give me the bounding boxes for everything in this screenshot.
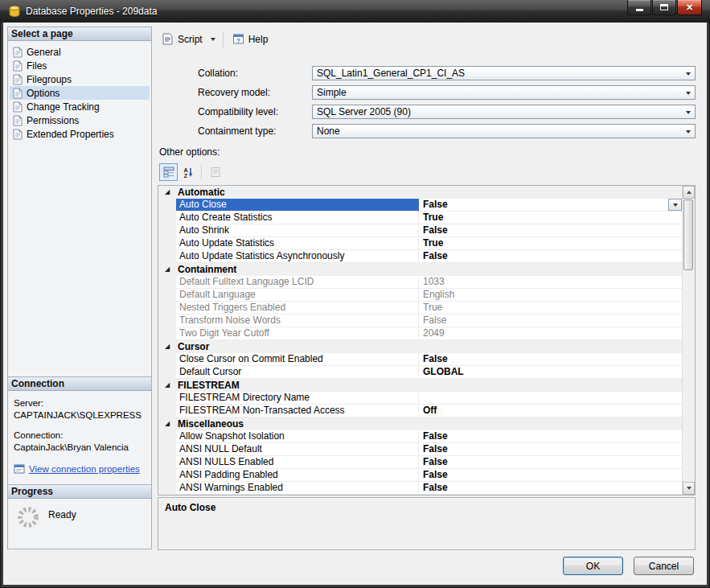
property-name[interactable]: Nested Triggers Enabled (176, 302, 419, 315)
property-name[interactable]: Transform Noise Words (176, 315, 419, 327)
category-row-automatic[interactable]: Automatic (158, 186, 682, 199)
property-name[interactable]: Auto Shrink (176, 224, 419, 237)
property-row[interactable]: Two Digit Year Cutoff 2049 (158, 327, 682, 340)
property-name[interactable]: Allow Snapshot Isolation (176, 430, 419, 443)
sidebar-item-options[interactable]: Options (10, 86, 150, 100)
recovery-model-select[interactable]: Simple (312, 85, 696, 100)
property-row[interactable]: Auto Create Statistics True (158, 212, 682, 224)
property-value[interactable]: False (419, 469, 682, 482)
property-value[interactable]: True (419, 237, 682, 250)
property-row[interactable]: FILESTREAM Non-Transacted Access Off (158, 405, 682, 417)
collapse-triangle-icon[interactable] (165, 263, 170, 276)
collapse-triangle-icon[interactable] (165, 417, 170, 430)
property-name[interactable]: Auto Close (176, 199, 419, 212)
sidebar-item-extended-properties[interactable]: Extended Properties (10, 127, 150, 141)
collapse-triangle-icon[interactable] (165, 379, 170, 392)
categorized-button[interactable] (159, 163, 178, 181)
alphabetical-sort-button[interactable]: AZ (179, 163, 197, 181)
property-row[interactable]: ANSI Padding Enabled False (158, 469, 682, 482)
sidebar-item-permissions[interactable]: Permissions (10, 113, 150, 127)
property-name[interactable]: ANSI Padding Enabled (176, 469, 419, 482)
property-value[interactable]: True (419, 302, 682, 315)
toolbar-separator (223, 31, 224, 47)
maximize-button[interactable] (652, 0, 676, 15)
property-name[interactable]: ANSI NULL Default (176, 443, 419, 456)
property-name[interactable]: Auto Create Statistics (176, 212, 419, 224)
containment-type-select[interactable]: None (312, 124, 696, 138)
property-row[interactable]: Default Cursor GLOBAL (158, 366, 682, 379)
property-value[interactable] (419, 392, 682, 405)
script-button[interactable]: Script (157, 30, 207, 48)
property-row[interactable]: Auto Shrink False (158, 224, 682, 237)
property-name[interactable]: FILESTREAM Directory Name (176, 392, 419, 405)
property-row[interactable]: Allow Snapshot Isolation False (158, 430, 682, 443)
property-row[interactable]: Transform Noise Words False (158, 315, 682, 327)
property-name[interactable]: FILESTREAM Non-Transacted Access (176, 405, 419, 417)
help-button[interactable]: ? Help (228, 30, 273, 48)
property-value[interactable]: False (419, 224, 682, 237)
property-row[interactable]: Auto Update Statistics True (158, 237, 682, 250)
property-value[interactable]: False (419, 250, 682, 263)
cancel-button[interactable]: Cancel (634, 557, 694, 575)
view-connection-properties-link[interactable]: View connection properties (29, 463, 140, 475)
property-value[interactable]: True (419, 212, 682, 224)
property-value[interactable]: English (419, 289, 682, 302)
scroll-down-button[interactable] (683, 482, 695, 495)
property-row[interactable]: Auto Update Statistics Asynchronously Fa… (158, 250, 682, 263)
sidebar-item-filegroups[interactable]: Filegroups (10, 72, 150, 86)
property-name[interactable]: Auto Update Statistics (176, 237, 419, 250)
property-name[interactable]: Auto Update Statistics Asynchronously (176, 250, 419, 263)
property-row[interactable]: ANSI NULLS Enabled False (158, 456, 682, 469)
script-dropdown-button[interactable] (207, 35, 219, 43)
property-name[interactable]: ANSI NULLS Enabled (176, 456, 419, 469)
property-row[interactable]: Nested Triggers Enabled True (158, 302, 682, 315)
property-row[interactable]: FILESTREAM Directory Name (158, 392, 682, 405)
property-row[interactable]: ANSI Warnings Enabled False (158, 482, 682, 495)
category-row-cursor[interactable]: Cursor (158, 340, 682, 353)
category-row-miscellaneous[interactable]: Miscellaneous (158, 417, 682, 430)
property-name[interactable]: ANSI Warnings Enabled (176, 482, 419, 495)
property-name[interactable]: Close Cursor on Commit Enabled (176, 353, 419, 366)
category-row-filestream[interactable]: FILESTREAM (158, 379, 682, 392)
minimize-button[interactable] (627, 0, 651, 15)
connection-header: Connection (8, 377, 151, 391)
property-name[interactable]: Default Language (176, 289, 419, 302)
compatibility-level-select[interactable]: SQL Server 2005 (90) (312, 105, 696, 119)
ok-button[interactable]: OK (563, 557, 623, 575)
property-value[interactable]: False (419, 456, 682, 469)
sidebar-item-general[interactable]: General (10, 45, 150, 59)
property-value[interactable]: False (419, 430, 682, 443)
property-row[interactable]: Close Cursor on Commit Enabled False (158, 353, 682, 366)
grid-margin (158, 443, 176, 456)
scroll-up-button[interactable] (683, 186, 695, 199)
sidebar-item-change-tracking[interactable]: Change Tracking (10, 100, 150, 113)
property-row[interactable]: Default Fulltext Language LCID 1033 (158, 276, 682, 289)
titlebar[interactable]: Database Properties - 209data (0, 0, 710, 23)
scrollbar-thumb[interactable] (683, 199, 693, 270)
property-name[interactable]: Two Digit Year Cutoff (176, 327, 419, 340)
property-value[interactable]: False (419, 199, 682, 212)
property-value[interactable]: False (419, 482, 682, 495)
window-title: Database Properties - 209data (26, 6, 157, 17)
property-name[interactable]: Default Fulltext Language LCID (176, 276, 419, 289)
property-value[interactable]: 2049 (419, 327, 682, 340)
value-dropdown-button[interactable] (668, 199, 682, 211)
property-row[interactable]: ANSI NULL Default False (158, 443, 682, 456)
property-value[interactable]: False (419, 443, 682, 456)
collapse-triangle-icon[interactable] (165, 186, 170, 199)
property-value[interactable]: False (419, 315, 682, 327)
property-value[interactable]: Off (419, 405, 682, 417)
collapse-triangle-icon[interactable] (165, 340, 170, 353)
sidebar-item-files[interactable]: Files (10, 59, 150, 72)
property-row[interactable]: Default Language English (158, 289, 682, 302)
property-name[interactable]: Default Cursor (176, 366, 419, 379)
close-button[interactable] (677, 0, 702, 15)
property-row[interactable]: Auto Close False (158, 199, 682, 212)
property-value[interactable]: GLOBAL (419, 366, 682, 379)
property-value[interactable]: False (419, 353, 682, 366)
collation-select[interactable]: SQL_Latin1_General_CP1_CI_AS (312, 66, 696, 80)
property-value[interactable]: 1033 (419, 276, 682, 289)
database-properties-window: Database Properties - 209data Select a p… (0, 0, 710, 588)
category-row-containment[interactable]: Containment (158, 263, 682, 276)
grid-scrollbar[interactable] (682, 186, 695, 495)
